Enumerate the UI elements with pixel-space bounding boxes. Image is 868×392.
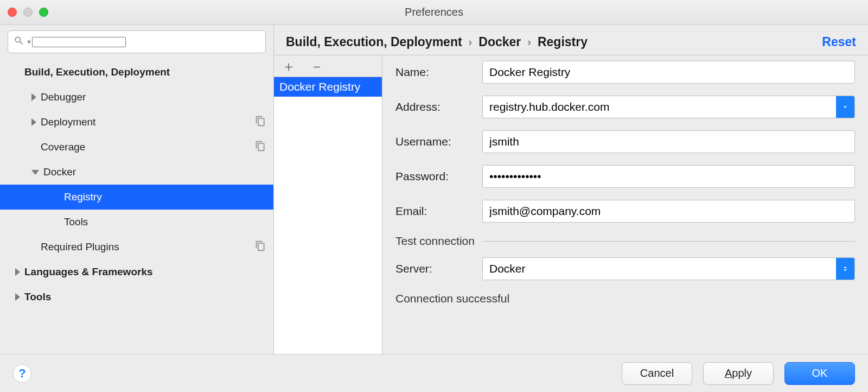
profile-link-icon bbox=[255, 141, 266, 154]
profile-link-icon bbox=[255, 241, 266, 254]
close-window-icon[interactable] bbox=[8, 8, 17, 17]
server-select[interactable] bbox=[482, 257, 855, 280]
name-field[interactable] bbox=[489, 66, 848, 79]
tree-label: Tools bbox=[24, 291, 51, 303]
chevron-right-icon bbox=[31, 118, 36, 126]
divider bbox=[483, 241, 855, 242]
username-label: Username: bbox=[395, 135, 482, 148]
help-button[interactable]: ? bbox=[13, 364, 31, 383]
tree-label: Required Plugins bbox=[41, 241, 119, 253]
tree-item-build-execution-deployment[interactable]: Build, Execution, Deployment bbox=[0, 60, 273, 85]
cancel-button[interactable]: Cancel bbox=[622, 362, 692, 385]
breadcrumb-segment[interactable]: Build, Execution, Deployment bbox=[286, 35, 462, 49]
window-title: Preferences bbox=[0, 6, 868, 18]
chevron-right-icon bbox=[15, 293, 20, 301]
preferences-tree: Build, Execution, Deployment Debugger De… bbox=[0, 55, 273, 354]
tree-label: Docker bbox=[43, 166, 76, 178]
search-icon bbox=[14, 35, 24, 49]
ok-button[interactable]: OK bbox=[784, 362, 855, 385]
chevron-down-icon bbox=[31, 170, 39, 175]
tree-item-docker-tools[interactable]: Tools bbox=[0, 210, 273, 235]
breadcrumb: Build, Execution, Deployment › Docker › … bbox=[274, 25, 868, 55]
name-label: Name: bbox=[395, 66, 482, 79]
zoom-window-icon[interactable] bbox=[39, 8, 48, 17]
search-input[interactable]: ▼ bbox=[8, 30, 266, 53]
server-label: Server: bbox=[395, 262, 482, 275]
tree-label: Languages & Frameworks bbox=[24, 266, 153, 278]
list-item[interactable]: Docker Registry bbox=[274, 77, 382, 97]
test-connection-section: Test connection bbox=[395, 235, 855, 248]
tree-item-registry[interactable]: Registry bbox=[0, 185, 273, 210]
tree-item-coverage[interactable]: Coverage bbox=[0, 135, 273, 160]
tree-label: Debugger bbox=[41, 91, 86, 103]
tree-label: Build, Execution, Deployment bbox=[24, 66, 170, 78]
chevron-right-icon bbox=[31, 93, 36, 101]
registry-form: Name: Address: Username: bbox=[382, 55, 868, 354]
tree-item-required-plugins[interactable]: Required Plugins bbox=[0, 235, 273, 260]
server-value[interactable] bbox=[489, 262, 848, 275]
tree-item-languages-frameworks[interactable]: Languages & Frameworks bbox=[0, 260, 273, 284]
address-combobox[interactable] bbox=[482, 96, 855, 118]
username-field[interactable] bbox=[489, 135, 848, 148]
connection-status: Connection successful bbox=[395, 292, 855, 305]
search-field[interactable] bbox=[32, 37, 126, 47]
chevron-right-icon: › bbox=[527, 36, 531, 48]
email-label: Email: bbox=[395, 205, 482, 218]
button-label: OK bbox=[812, 367, 828, 380]
list-toolbar: ＋ － bbox=[274, 55, 382, 77]
apply-button[interactable]: Apply bbox=[703, 362, 774, 385]
window-controls bbox=[8, 8, 48, 17]
address-label: Address: bbox=[395, 100, 482, 113]
email-field[interactable] bbox=[489, 205, 848, 218]
registry-list: ＋ － Docker Registry bbox=[274, 55, 382, 354]
section-title: Test connection bbox=[395, 235, 475, 248]
button-label: Cancel bbox=[640, 367, 674, 380]
titlebar: Preferences bbox=[0, 0, 868, 25]
spacer-icon bbox=[31, 243, 36, 251]
breadcrumb-segment[interactable]: Registry bbox=[538, 35, 588, 49]
tree-item-debugger[interactable]: Debugger bbox=[0, 85, 273, 110]
dialog-footer: ? Cancel Apply OK bbox=[0, 354, 868, 392]
tree-item-docker[interactable]: Docker bbox=[0, 160, 273, 185]
breadcrumb-segment[interactable]: Docker bbox=[478, 35, 521, 49]
sort-icon[interactable] bbox=[836, 258, 854, 280]
spacer-icon bbox=[15, 68, 20, 76]
add-button[interactable]: ＋ bbox=[282, 59, 296, 73]
chevron-down-icon[interactable] bbox=[836, 96, 854, 118]
chevron-right-icon: › bbox=[469, 36, 473, 48]
tree-label: Registry bbox=[64, 191, 102, 203]
tree-label: Coverage bbox=[41, 141, 85, 153]
password-field[interactable] bbox=[489, 170, 848, 183]
button-label: Apply bbox=[725, 367, 752, 380]
remove-button[interactable]: － bbox=[310, 59, 324, 73]
reset-link[interactable]: Reset bbox=[822, 35, 856, 49]
address-field[interactable] bbox=[489, 100, 848, 113]
tree-label: Tools bbox=[64, 216, 88, 228]
minimize-window-icon bbox=[23, 8, 33, 17]
tree-item-deployment[interactable]: Deployment bbox=[0, 110, 273, 135]
tree-label: Deployment bbox=[41, 116, 95, 128]
main-panel: Build, Execution, Deployment › Docker › … bbox=[274, 25, 868, 354]
spacer-icon bbox=[31, 143, 36, 151]
tree-item-tools[interactable]: Tools bbox=[0, 284, 273, 309]
chevron-right-icon bbox=[15, 268, 20, 276]
preferences-sidebar: ▼ Build, Execution, Deployment Debugger … bbox=[0, 25, 274, 354]
password-label: Password: bbox=[395, 170, 482, 183]
chevron-down-icon: ▼ bbox=[26, 39, 32, 45]
profile-link-icon bbox=[255, 116, 266, 129]
